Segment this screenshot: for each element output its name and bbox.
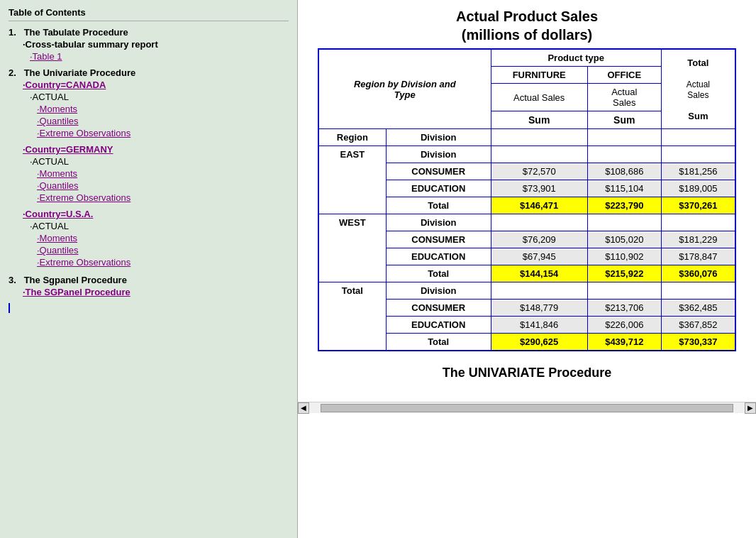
west-education-furniture: $67,945 xyxy=(491,248,587,265)
total-consumer-total: $362,485 xyxy=(661,300,735,317)
office-header: OFFICE xyxy=(587,67,661,84)
east-region: EAST xyxy=(318,146,386,214)
grand-total-label: Total xyxy=(386,334,491,351)
office-actual-sales: ActualSales xyxy=(587,84,661,111)
west-div-total-empty xyxy=(661,214,735,231)
division-col-header: Division xyxy=(386,129,491,146)
east-div-office-empty xyxy=(587,146,661,163)
east-div-furniture-empty xyxy=(491,146,587,163)
table-row: WEST Division xyxy=(318,214,735,231)
cursor xyxy=(9,302,289,313)
west-div-office-empty xyxy=(587,214,661,231)
east-education-total: $189,005 xyxy=(661,180,735,197)
horizontal-scrollbar[interactable]: ◀ ▶ xyxy=(298,402,756,413)
east-consumer-office: $108,686 xyxy=(587,163,661,180)
toc-item-quantiles-germany[interactable]: ·Quantiles xyxy=(9,180,289,191)
toc-item-univariate: 2. The Univariate Procedure xyxy=(9,67,289,78)
toc-item-table1[interactable]: ·Table 1 xyxy=(9,51,289,62)
west-education-label: EDUCATION xyxy=(386,248,491,265)
toc-item-cross-tab: ·Cross-tabular summary report xyxy=(9,39,289,50)
scroll-right-arrow[interactable]: ▶ xyxy=(745,402,756,414)
east-consumer-total: $181,256 xyxy=(661,163,735,180)
east-total-office: $223,790 xyxy=(587,197,661,214)
report-title: Actual Product Sales (millions of dollar… xyxy=(312,7,742,44)
right-content: Actual Product Sales (millions of dollar… xyxy=(298,0,756,402)
east-education-furniture: $73,901 xyxy=(491,180,587,197)
west-education-office: $110,902 xyxy=(587,248,661,265)
region-division-header: Region by Division andType xyxy=(318,49,491,129)
total-div-furniture-empty xyxy=(491,282,587,300)
toc-item-moments-usa[interactable]: ·Moments xyxy=(9,233,289,243)
west-total-total: $360,076 xyxy=(661,265,735,282)
toc-item-tabulate: 1. The Tabulate Procedure xyxy=(9,27,289,38)
sales-table: Region by Division andType Product type … xyxy=(318,48,736,351)
toc-item-canada[interactable]: ·Country=CANADA xyxy=(9,79,289,90)
report-title-line2: (millions of dollars) xyxy=(462,27,592,43)
scroll-thumb[interactable] xyxy=(321,404,733,412)
toc-item-quantiles-canada[interactable]: ·Quantiles xyxy=(9,116,289,126)
grand-total-office: $439,712 xyxy=(587,334,661,351)
scroll-left-arrow[interactable]: ◀ xyxy=(298,402,309,414)
toc-item-extreme-germany[interactable]: ·Extreme Observations xyxy=(9,192,289,203)
east-consumer-furniture: $72,570 xyxy=(491,163,587,180)
toc-item-usa[interactable]: ·Country=U.S.A. xyxy=(9,209,289,219)
total-div-total-empty xyxy=(661,282,735,300)
west-consumer-furniture: $76,209 xyxy=(491,231,587,248)
east-education-office: $115,104 xyxy=(587,180,661,197)
east-total-label: Total xyxy=(386,197,491,214)
total-col-empty xyxy=(661,129,735,146)
toc-item-moments-canada[interactable]: ·Moments xyxy=(9,104,289,114)
office-sum: Sum xyxy=(587,111,661,129)
table-row: EAST Division xyxy=(318,146,735,163)
toc-item-actual-canada: ·ACTUAL xyxy=(9,92,289,102)
toc-title: Table of Contents xyxy=(9,7,289,21)
toc-item-moments-germany[interactable]: ·Moments xyxy=(9,168,289,179)
region-col-header: Region xyxy=(318,129,386,146)
west-consumer-label: CONSUMER xyxy=(386,231,491,248)
west-total-furniture: $144,154 xyxy=(491,265,587,282)
grand-total-furniture: $290,625 xyxy=(491,334,587,351)
furniture-col-empty xyxy=(491,129,587,146)
east-consumer-label: CONSUMER xyxy=(386,163,491,180)
west-consumer-total: $181,229 xyxy=(661,231,735,248)
east-education-label: EDUCATION xyxy=(386,180,491,197)
total-education-label: EDUCATION xyxy=(386,317,491,334)
table-row: Total Division xyxy=(318,282,735,300)
toc-item-actual-germany: ·ACTUAL xyxy=(9,156,289,167)
total-header: Total ActualSales Sum xyxy=(661,49,735,129)
grand-total-total: $730,337 xyxy=(661,334,735,351)
toc-item-extreme-usa[interactable]: ·Extreme Observations xyxy=(9,257,289,268)
univariate-title: The UNIVARIATE Procedure xyxy=(312,366,742,380)
product-type-header: Product type xyxy=(491,49,661,67)
office-col-empty xyxy=(587,129,661,146)
toc-item-extreme-canada[interactable]: ·Extreme Observations xyxy=(9,128,289,138)
west-division-header: Division xyxy=(386,214,491,231)
east-total-furniture: $146,471 xyxy=(491,197,587,214)
toc-item-sgpanel: 3. The Sgpanel Procedure xyxy=(9,275,289,285)
east-div-total-empty xyxy=(661,146,735,163)
furniture-sum: Sum xyxy=(491,111,587,129)
toc-item-quantiles-usa[interactable]: ·Quantiles xyxy=(9,245,289,256)
total-education-furniture: $141,846 xyxy=(491,317,587,334)
total-education-office: $226,006 xyxy=(587,317,661,334)
west-div-furniture-empty xyxy=(491,214,587,231)
right-panel[interactable]: Actual Product Sales (millions of dollar… xyxy=(298,0,756,538)
furniture-actual-sales: Actual Sales xyxy=(491,84,587,111)
total-division-header: Division xyxy=(386,282,491,300)
total-div-office-empty xyxy=(587,282,661,300)
west-education-total: $178,847 xyxy=(661,248,735,265)
total-consumer-office: $213,706 xyxy=(587,300,661,317)
toc-item-sgpanel-link[interactable]: ·The SGPanel Procedure xyxy=(9,287,289,297)
west-consumer-office: $105,020 xyxy=(587,231,661,248)
report-title-line1: Actual Product Sales xyxy=(456,9,598,24)
east-total-total: $370,261 xyxy=(661,197,735,214)
east-division-header: Division xyxy=(386,146,491,163)
total-consumer-furniture: $148,779 xyxy=(491,300,587,317)
west-total-office: $215,922 xyxy=(587,265,661,282)
west-total-label: Total xyxy=(386,265,491,282)
grand-total-region: Total xyxy=(318,282,386,351)
toc-item-germany[interactable]: ·Country=GERMANY xyxy=(9,144,289,155)
left-panel: Table of Contents 1. The Tabulate Proced… xyxy=(0,0,298,538)
west-region: WEST xyxy=(318,214,386,282)
furniture-header: FURNITURE xyxy=(491,67,587,84)
